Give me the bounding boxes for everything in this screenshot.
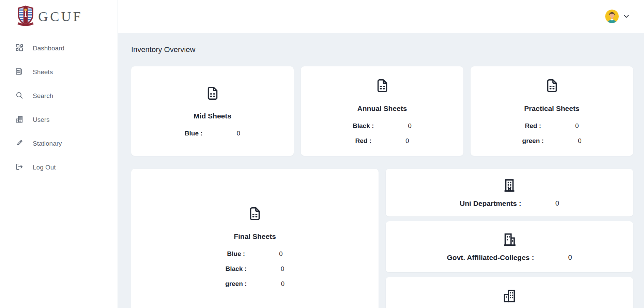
stat-label: Govt. Affiliated-Colleges : bbox=[447, 254, 534, 262]
stat-value: 0 bbox=[568, 254, 572, 262]
page-title: Inventory Overview bbox=[131, 45, 633, 54]
search-icon bbox=[15, 91, 24, 101]
stat-row: green : 0 bbox=[522, 137, 582, 145]
card-uni-departments: Uni Departments : 0 bbox=[386, 169, 633, 216]
sidebar-item-label: Stationary bbox=[33, 140, 62, 147]
card-annual-sheets: Annual Sheets Black : 0 Red : 0 bbox=[301, 66, 463, 156]
card-practical-sheets: Practical Sheets Red : 0 green : 0 bbox=[471, 66, 633, 156]
card-stats: Blue : 0 Black : 0 green : 0 bbox=[225, 243, 285, 288]
stat-row: green : 0 bbox=[225, 280, 285, 288]
card-stats: Blue : 0 bbox=[185, 122, 240, 137]
stat-label: Black : bbox=[353, 122, 374, 130]
stat-row: Blue : 0 bbox=[185, 130, 240, 137]
gcuf-crest-icon bbox=[16, 4, 35, 29]
document-icon bbox=[247, 206, 263, 223]
sidebar-item-search[interactable]: Search bbox=[0, 84, 118, 108]
stat-value: 0 bbox=[281, 280, 285, 288]
stat-row: Blue : 0 bbox=[225, 250, 285, 258]
brand-name: GCUF bbox=[38, 9, 83, 25]
entity-cards-column: Uni Departments : 0 bbox=[386, 169, 633, 308]
dashboard-grid-icon bbox=[15, 43, 24, 54]
sidebar-item-stationary[interactable]: Stationary bbox=[0, 132, 118, 156]
stat-value: 0 bbox=[578, 137, 582, 145]
sidebar-item-users[interactable]: Users bbox=[0, 108, 118, 132]
stat-label: Uni Departments : bbox=[460, 199, 521, 208]
card-title: Practical Sheets bbox=[524, 104, 579, 113]
document-icon bbox=[544, 78, 560, 95]
stat-value: 0 bbox=[405, 137, 409, 145]
two-buildings-icon bbox=[502, 288, 517, 305]
buildings-icon bbox=[15, 115, 24, 125]
card-govt-affiliated-colleges: Govt. Affiliated-Colleges : 0 bbox=[386, 221, 633, 272]
sidebar-item-logout[interactable]: Log Out bbox=[0, 156, 118, 179]
card-title: Mid Sheets bbox=[194, 112, 231, 120]
sidebar-item-label: Search bbox=[33, 92, 53, 100]
stat-row: Black : 0 bbox=[225, 265, 285, 273]
sidebar-item-label: Log Out bbox=[33, 164, 56, 171]
sidebar-nav: Dashboard Sheets Search bbox=[0, 36, 118, 179]
sidebar-item-label: Dashboard bbox=[33, 45, 64, 52]
card-stats: Red : 0 green : 0 bbox=[522, 115, 582, 145]
stat-value: 0 bbox=[237, 130, 241, 137]
document-icon bbox=[374, 78, 390, 95]
document-icon bbox=[205, 85, 220, 102]
card-title: Annual Sheets bbox=[357, 104, 407, 113]
stat-value: 0 bbox=[279, 250, 283, 258]
top-header bbox=[118, 0, 644, 33]
stat-value: 0 bbox=[281, 265, 285, 273]
sidebar-item-dashboard[interactable]: Dashboard bbox=[0, 36, 118, 60]
sidebar: GCUF Dashboard bbox=[0, 0, 118, 308]
stat-label: green : bbox=[225, 280, 247, 288]
building-annex-icon bbox=[502, 232, 517, 249]
sidebar-item-sheets[interactable]: Sheets bbox=[0, 60, 118, 84]
stat-label: Red : bbox=[525, 122, 541, 130]
brand-logo: GCUF bbox=[0, 0, 118, 33]
user-menu-button[interactable] bbox=[605, 10, 629, 23]
stat-value: 0 bbox=[408, 122, 412, 130]
sheet-cards-row: Mid Sheets Blue : 0 bbox=[131, 66, 633, 156]
second-row: Final Sheets Blue : 0 Black : 0 green : … bbox=[131, 169, 633, 308]
stat-value: 0 bbox=[555, 199, 559, 208]
building-icon bbox=[502, 178, 517, 195]
stat-row: Govt. Affiliated-Colleges : 0 bbox=[447, 254, 572, 262]
main-content: Inventory Overview Mid Sheets bbox=[118, 33, 644, 308]
stat-row: Red : 0 bbox=[522, 122, 582, 130]
sidebar-item-label: Sheets bbox=[33, 68, 53, 76]
stat-row: Black : 0 bbox=[353, 122, 412, 130]
user-avatar[interactable] bbox=[605, 10, 619, 23]
stat-label: green : bbox=[522, 137, 544, 145]
card-bottom-buildings bbox=[386, 277, 633, 308]
stat-label: Blue : bbox=[185, 130, 203, 137]
stat-value: 0 bbox=[575, 122, 579, 130]
stat-label: Black : bbox=[226, 265, 247, 273]
card-stats: Black : 0 Red : 0 bbox=[353, 115, 412, 145]
card-final-sheets: Final Sheets Blue : 0 Black : 0 green : … bbox=[131, 169, 379, 308]
stat-row: Uni Departments : 0 bbox=[460, 199, 559, 208]
pen-icon bbox=[15, 139, 24, 149]
sidebar-item-label: Users bbox=[33, 116, 50, 124]
stat-label: Red : bbox=[355, 137, 371, 145]
card-title: Final Sheets bbox=[234, 232, 276, 241]
stat-row: Red : 0 bbox=[353, 137, 412, 145]
logout-icon bbox=[15, 162, 24, 173]
stat-label: Blue : bbox=[227, 250, 245, 258]
card-mid-sheets: Mid Sheets Blue : 0 bbox=[131, 66, 294, 156]
chevron-down-icon[interactable] bbox=[624, 13, 629, 19]
newspaper-icon bbox=[15, 67, 24, 78]
